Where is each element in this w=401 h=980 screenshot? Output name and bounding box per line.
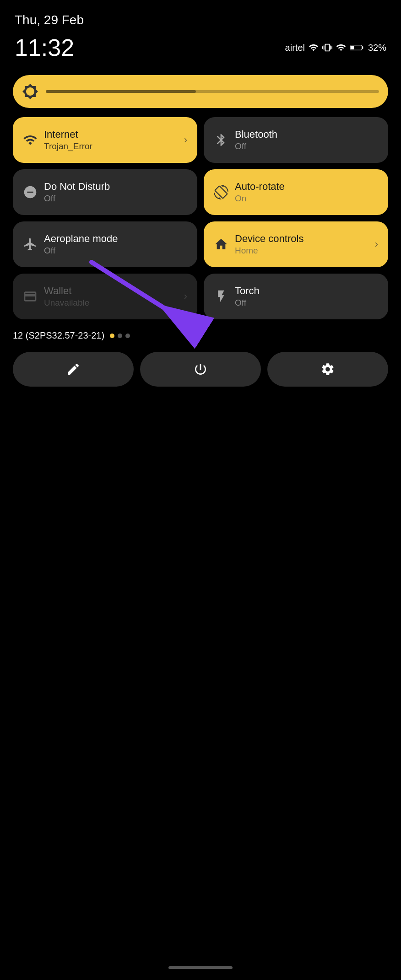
gear-icon — [320, 362, 335, 377]
tile-internet-chevron: › — [184, 134, 187, 146]
torch-icon — [214, 289, 228, 304]
battery-icon — [350, 43, 364, 53]
tile-autorotate-subtitle: On — [235, 194, 285, 204]
bluetooth-icon — [214, 133, 228, 147]
tile-wallet-title: Wallet — [44, 285, 89, 297]
tile-bluetooth-title: Bluetooth — [235, 129, 277, 140]
dnd-icon — [23, 185, 38, 199]
rotate-icon — [214, 185, 228, 199]
dot-3 — [125, 334, 130, 338]
carrier-label: airtel — [285, 43, 305, 53]
page-indicator-text: 12 (S2PS32.57-23-21) — [13, 330, 104, 341]
brightness-track[interactable] — [46, 90, 379, 93]
date-label: Thu, 29 Feb — [15, 13, 386, 27]
battery-label: 32% — [368, 43, 386, 53]
tile-torch-subtitle: Off — [235, 298, 260, 308]
tile-aeroplane-title: Aeroplane mode — [44, 233, 118, 245]
signal-icon — [309, 43, 319, 53]
status-bar: Thu, 29 Feb 11:32 airtel — [0, 0, 401, 64]
tile-aeroplane-subtitle: Off — [44, 246, 118, 256]
settings-button[interactable] — [267, 352, 388, 387]
edit-button[interactable] — [13, 352, 134, 387]
brightness-icon — [22, 83, 38, 100]
tile-autorotate-title: Auto-rotate — [235, 181, 285, 193]
tile-device-controls-title: Device controls — [235, 233, 303, 245]
tile-device-controls[interactable]: Device controls Home › — [204, 221, 388, 267]
quick-settings-grid: Internet Trojan_Error › Bluetooth Off Do… — [13, 117, 388, 319]
wifi-icon — [23, 133, 38, 147]
status-icons: airtel 32% — [285, 43, 386, 53]
brightness-slider[interactable] — [13, 75, 388, 108]
brightness-fill — [46, 90, 196, 93]
home-icon — [214, 237, 228, 252]
pencil-icon — [66, 362, 81, 377]
tile-aeroplane[interactable]: Aeroplane mode Off — [13, 221, 197, 267]
tile-device-controls-subtitle: Home — [235, 246, 303, 256]
time-label: 11:32 — [15, 36, 74, 59]
svg-rect-2 — [350, 46, 354, 49]
dot-2 — [118, 334, 122, 338]
wallet-icon — [23, 289, 38, 304]
dot-1 — [110, 334, 114, 338]
tile-internet[interactable]: Internet Trojan_Error › — [13, 117, 197, 163]
tile-device-controls-chevron: › — [375, 238, 378, 250]
page-indicator: 12 (S2PS32.57-23-21) — [13, 330, 388, 341]
tile-dnd-title: Do Not Disturb — [44, 181, 110, 193]
bottom-actions — [13, 352, 388, 387]
tile-wallet-chevron: › — [184, 291, 187, 302]
tile-autorotate[interactable]: Auto-rotate On — [204, 169, 388, 215]
svg-rect-1 — [362, 46, 363, 48]
tile-bluetooth-subtitle: Off — [235, 141, 277, 151]
tile-internet-subtitle: Trojan_Error — [44, 141, 92, 151]
tile-wallet[interactable]: Wallet Unavailable › — [13, 274, 197, 319]
tile-torch[interactable]: Torch Off — [204, 274, 388, 319]
tile-internet-title: Internet — [44, 129, 92, 140]
home-indicator — [168, 966, 233, 969]
tile-torch-title: Torch — [235, 285, 260, 297]
page-dots — [110, 334, 130, 338]
vibrate-icon — [322, 43, 332, 53]
wifi-status-icon — [336, 43, 346, 53]
power-icon — [193, 362, 208, 377]
tile-dnd[interactable]: Do Not Disturb Off — [13, 169, 197, 215]
power-button[interactable] — [140, 352, 261, 387]
plane-icon — [23, 237, 38, 252]
tile-dnd-subtitle: Off — [44, 194, 110, 204]
tile-wallet-subtitle: Unavailable — [44, 298, 89, 308]
tile-bluetooth[interactable]: Bluetooth Off — [204, 117, 388, 163]
